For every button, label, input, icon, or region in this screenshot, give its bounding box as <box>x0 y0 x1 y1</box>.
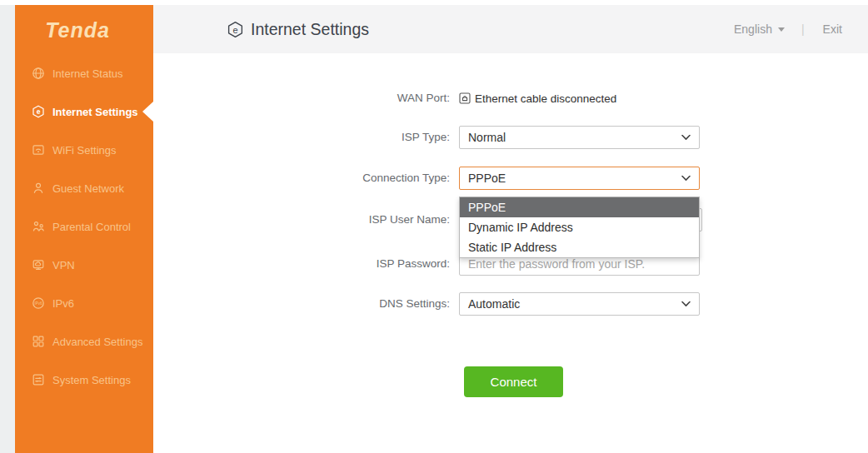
page-header: e Internet Settings English | Exit <box>153 5 868 53</box>
dns-settings-value: Automatic <box>468 297 520 311</box>
language-selector[interactable]: English <box>734 22 785 36</box>
dropdown-option-static-ip[interactable]: Static IP Address <box>460 237 699 257</box>
guest-icon <box>32 182 45 195</box>
dns-settings-select[interactable]: Automatic <box>459 292 700 316</box>
isp-type-label: ISP Type: <box>250 126 450 149</box>
exit-link[interactable]: Exit <box>823 22 842 36</box>
sidebar-item-vpn[interactable]: VPN <box>15 246 153 284</box>
chevron-down-icon <box>681 135 691 141</box>
wifi-icon <box>32 143 45 157</box>
header-separator: | <box>801 22 805 36</box>
connection-type-select[interactable]: PPPoE <box>459 167 700 190</box>
page-title: Internet Settings <box>251 20 369 39</box>
connection-type-dropdown: PPPoE Dynamic IP Address Static IP Addre… <box>459 197 700 258</box>
sidebar-item-ipv6[interactable]: IPv6 IPv6 <box>15 284 153 322</box>
connection-type-label: Connection Type: <box>250 167 450 190</box>
svg-text:e: e <box>232 24 237 34</box>
system-icon <box>32 373 45 386</box>
ethernet-port-icon <box>459 92 471 104</box>
sidebar-item-label: WiFi Settings <box>52 144 117 157</box>
page-title-wrap: e Internet Settings <box>227 20 369 39</box>
chevron-down-icon <box>681 176 691 182</box>
connect-button[interactable]: Connect <box>464 366 563 397</box>
header-right: English | Exit <box>734 5 842 53</box>
sidebar-item-label: Internet Settings <box>52 106 138 118</box>
sidebar-item-guest-network[interactable]: Guest Network <box>15 169 153 207</box>
svg-text:IPv6: IPv6 <box>34 301 42 306</box>
ipv6-icon: IPv6 <box>32 296 45 310</box>
sidebar-item-label: Parental Control <box>52 221 131 233</box>
globe-icon <box>32 67 45 80</box>
sidebar-item-label: Advanced Settings <box>52 336 142 348</box>
isp-user-name-label: ISP User Name: <box>250 208 450 231</box>
sidebar-item-internet-status[interactable]: Internet Status <box>15 54 153 92</box>
dropdown-option-pppoe[interactable]: PPPoE <box>460 197 699 217</box>
sidebar-item-label: System Settings <box>52 374 131 386</box>
tenda-logo: Tenda <box>32 18 123 42</box>
sidebar-item-system-settings[interactable]: System Settings <box>15 361 153 399</box>
wan-port-status: Ethernet cable disconnected <box>459 87 616 109</box>
active-item-arrow <box>142 102 153 122</box>
isp-type-select[interactable]: Normal <box>459 126 700 149</box>
sidebar-item-internet-settings[interactable]: e Internet Settings <box>15 92 153 131</box>
chevron-down-icon <box>681 301 691 307</box>
sidebar-item-label: Internet Status <box>52 67 123 80</box>
dns-settings-label: DNS Settings: <box>250 292 450 316</box>
left-gutter <box>0 5 15 453</box>
sidebar-item-label: IPv6 <box>52 297 74 310</box>
dropdown-option-dynamic-ip[interactable]: Dynamic IP Address <box>460 217 699 237</box>
sidebar: Tenda Internet Status e Internet Setting… <box>15 5 153 453</box>
sidebar-item-label: VPN <box>52 259 75 271</box>
wan-port-label: WAN Port: <box>250 87 450 109</box>
parental-icon <box>32 220 45 233</box>
grid-icon <box>32 335 45 348</box>
sidebar-item-advanced-settings[interactable]: Advanced Settings <box>15 322 153 361</box>
wan-status-text: Ethernet cable disconnected <box>475 92 616 105</box>
chevron-down-icon <box>778 27 785 32</box>
sidebar-item-label: Guest Network <box>52 182 124 195</box>
connection-type-value: PPPoE <box>468 172 506 185</box>
svg-text:e: e <box>37 107 41 116</box>
language-label: English <box>734 22 772 36</box>
internet-settings-icon: e <box>227 21 244 38</box>
internet-settings-icon: e <box>32 105 45 118</box>
sidebar-item-parental-control[interactable]: Parental Control <box>15 207 153 246</box>
sidebar-item-wifi-settings[interactable]: WiFi Settings <box>15 131 153 169</box>
vpn-icon <box>32 258 45 271</box>
router-admin-screen: Tenda Internet Status e Internet Setting… <box>0 0 868 453</box>
isp-type-value: Normal <box>468 131 506 144</box>
isp-password-label: ISP Password: <box>250 252 450 276</box>
